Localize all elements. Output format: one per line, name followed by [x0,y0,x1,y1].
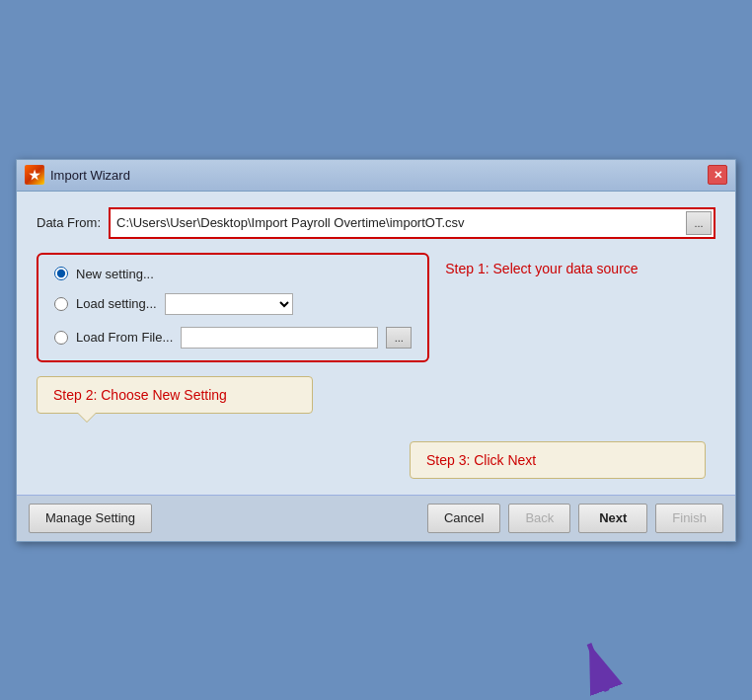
window-title: Import Wizard [50,168,130,183]
next-button[interactable]: Next [578,504,647,533]
finish-button: Finish [655,504,723,533]
manage-setting-button[interactable]: Manage Setting [29,504,152,533]
settings-box: New setting... Load setting... Loa [37,253,429,362]
data-from-input-wrapper: ... [109,207,715,239]
load-file-browse-button[interactable]: ... [386,327,412,349]
new-setting-radio[interactable] [54,267,68,280]
load-file-input[interactable] [181,327,378,349]
load-setting-row: Load setting... [54,293,412,315]
load-setting-select[interactable] [165,293,293,315]
step2-text: Step 2: Choose New Setting [53,387,227,403]
step3-callout: Step 3: Click Next [410,441,706,479]
step3-text: Step 3: Click Next [426,452,536,468]
svg-line-1 [589,644,607,691]
new-setting-row: New setting... [54,267,412,281]
load-setting-radio[interactable] [54,297,68,311]
back-button[interactable]: Back [508,504,570,533]
new-setting-label[interactable]: New setting... [76,267,154,281]
app-icon: ★ [25,165,44,185]
data-from-input[interactable] [113,211,684,235]
titlebar-left: ★ Import Wizard [25,165,130,185]
close-button[interactable]: ✕ [708,165,727,185]
cancel-button[interactable]: Cancel [427,504,500,533]
titlebar: ★ Import Wizard ✕ [17,160,735,192]
data-from-row: Data From: ... [37,207,715,239]
step1-container: Step 1: Select your data source [445,253,638,276]
load-from-file-label[interactable]: Load From File... [76,330,173,345]
middle-section: New setting... Load setting... Loa [37,253,715,362]
load-setting-label[interactable]: Load setting... [76,296,157,311]
footer: Manage Setting Cancel Back Next Finish [17,495,735,541]
step2-callout: Step 2: Choose New Setting [37,376,313,414]
load-from-file-radio[interactable] [54,331,68,345]
wizard-content: Data From: ... New setting... [17,192,735,495]
data-from-browse-button[interactable]: ... [686,211,712,235]
load-from-file-row: Load From File... ... [54,327,412,349]
data-from-label: Data From: [37,215,101,230]
import-wizard-window: ★ Import Wizard ✕ Data From: ... [16,159,736,542]
step1-label: Step 1: Select your data source [445,257,638,276]
